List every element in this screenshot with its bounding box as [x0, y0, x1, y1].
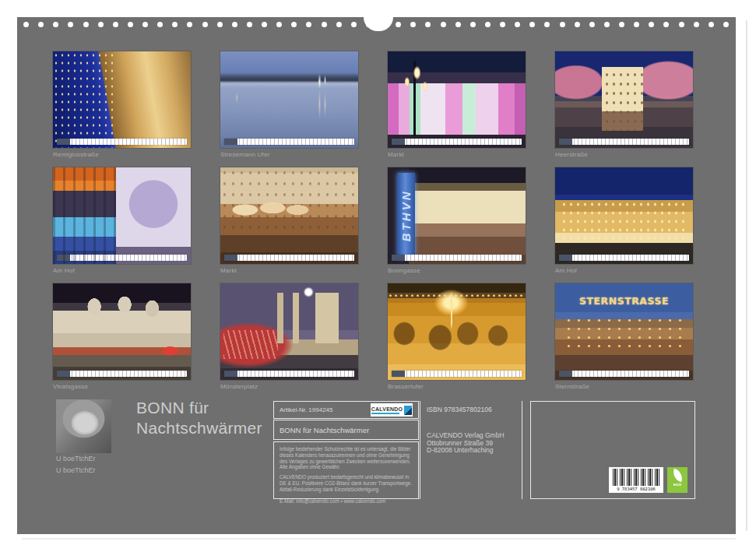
punch-hole — [38, 22, 44, 27]
calendar-strip — [57, 255, 187, 261]
calendar-strip — [57, 139, 187, 145]
calvendo-logo-text-wrap: CALVENDO — [371, 406, 403, 414]
punch-hole — [544, 22, 550, 27]
punch-hole — [470, 22, 476, 27]
punch-hole — [679, 22, 684, 27]
isbn-publisher-column: ISBN 9783457802106 CALVENDO Verlag GmbH … — [427, 401, 519, 455]
month-cell: Heerstraße — [555, 51, 693, 159]
punch-hole — [68, 22, 73, 27]
month-caption: Markt — [388, 151, 526, 159]
month-caption: Heerstraße — [555, 151, 693, 159]
month-caption: Remigiusstraße — [53, 151, 191, 159]
punch-hole — [425, 22, 431, 27]
calendar-title-line1: BONN für — [136, 398, 262, 418]
calvendo-logo-text: CALVENDO — [371, 406, 403, 412]
punch-hole — [53, 22, 58, 27]
punch-hole — [515, 22, 520, 27]
punch-hole — [351, 22, 357, 27]
barcode: 9 783457 802106 — [609, 467, 663, 493]
calendar-strip — [559, 139, 689, 145]
calendar-strip — [224, 255, 354, 261]
month-cell: Brassertufer — [388, 283, 526, 391]
publisher-address: CALVENDO Verlag GmbH Ottobrunner Straße … — [427, 432, 519, 455]
calvendo-logo: CALVENDO — [371, 403, 413, 417]
punch-hole — [157, 22, 163, 27]
calendar-strip — [392, 139, 522, 145]
month-thumbnail-sternstrasse: STERNSTRASSE — [555, 283, 693, 380]
punch-hole — [113, 22, 118, 27]
month-thumbnail-markt-rathaus — [388, 51, 526, 148]
punch-hole — [187, 22, 192, 27]
punch-hole — [485, 22, 491, 27]
month-caption: Vivatsgasse — [53, 383, 191, 391]
month-thumbnail-remigiusstrasse — [53, 51, 191, 148]
sternstrasse-lights-text: STERNSTRASSE — [555, 295, 693, 307]
author-portrait-photo — [56, 399, 111, 453]
eco-label: eco — [667, 481, 687, 487]
barcode-number: 9 783457 802106 — [613, 486, 659, 492]
punch-hole — [83, 22, 89, 27]
calendar-strip — [559, 255, 689, 261]
month-thumbnail-am-hof-uni — [53, 167, 191, 264]
contact-email-line: E-Mail: info@calvendo.com • www.calvendo… — [280, 498, 413, 505]
isbn: ISBN 9783457802106 — [427, 406, 519, 413]
article-number-box: Artikel-Nr. 1994245 CALVENDO — [273, 401, 419, 419]
punch-hole — [709, 22, 714, 27]
punch-hole — [663, 22, 669, 27]
month-cell: Münsterplatz — [220, 283, 358, 391]
month-cell: Markt — [220, 167, 358, 275]
punch-hole — [455, 22, 461, 27]
calendar-title: BONN für Nachtschwärmer — [136, 398, 262, 438]
punch-hole — [142, 22, 148, 27]
punch-hole — [649, 22, 654, 27]
barcode-bars — [613, 469, 659, 486]
author-name-block: U boeTtchEr U boeTtchEr — [56, 453, 96, 476]
month-thumbnail-am-hof-corner — [555, 167, 693, 264]
calendar-strip — [224, 371, 354, 377]
punch-hole — [619, 22, 624, 27]
punch-hole — [500, 22, 505, 27]
legal-paragraph-1: Infolge bestehender Schutzrechte ist es … — [280, 446, 413, 470]
calendar-strip — [559, 371, 689, 377]
calendar-back-card: Remigiusstraße Stresemann Ufer Markt Hee… — [17, 17, 736, 534]
author-name-line1: U boeTtchEr — [56, 453, 96, 465]
punch-hole — [98, 22, 104, 27]
month-thumbnail-markt-cafes — [220, 167, 358, 264]
punch-hole — [23, 22, 29, 27]
punch-hole — [396, 22, 401, 27]
punch-hole — [128, 22, 133, 27]
month-caption: Sternstraße — [555, 383, 693, 391]
barcode-box: 9 783457 802106 eco — [530, 401, 695, 499]
punch-hole — [529, 22, 535, 27]
product-title-box: BONN für Nachtschwärmer — [273, 420, 419, 440]
month-thumbnail-stresemann-ufer — [220, 51, 358, 148]
punch-hole — [410, 22, 416, 27]
punch-hole — [560, 22, 565, 27]
punch-hole — [262, 22, 267, 27]
month-cell: Remigiusstraße — [53, 51, 191, 159]
punch-hole — [306, 22, 311, 27]
calendar-strip — [224, 139, 354, 145]
punch-hole — [247, 22, 252, 27]
legal-paragraph-2: CALVENDO produziert bedarfsgerecht und k… — [280, 474, 413, 492]
month-cell: STERNSTRASSE Sternstraße — [555, 283, 693, 391]
month-caption: Am Hof — [555, 267, 693, 275]
footer-divider-left — [420, 401, 420, 499]
month-cell: Vivatsgasse — [53, 283, 191, 391]
month-caption: Stresemann Ufer — [220, 151, 358, 159]
punch-hole — [634, 22, 639, 27]
punch-hole — [232, 22, 237, 27]
month-caption: Münsterplatz — [220, 383, 358, 391]
month-cell: Am Hof — [555, 167, 693, 275]
calvendo-logo-tagline-bar — [371, 413, 399, 414]
month-cell: Stresemann Ufer — [220, 51, 358, 159]
page-shadow — [22, 538, 736, 540]
calendar-strip — [392, 371, 522, 377]
punch-hole — [336, 22, 342, 27]
month-cell: Markt — [388, 51, 526, 159]
month-thumbnail-vivatsgasse — [53, 283, 191, 380]
punch-hole — [694, 22, 699, 27]
legal-text-box: Infolge bestehender Schutzrechte ist es … — [273, 441, 419, 499]
month-thumbnail-brassertufer — [388, 283, 526, 380]
leaf-icon — [671, 469, 684, 482]
